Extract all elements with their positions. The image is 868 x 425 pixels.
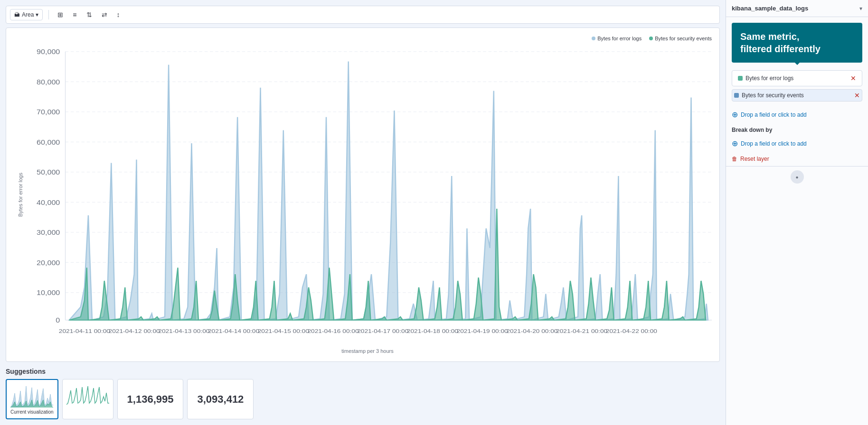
chart-type-selector[interactable]: 🏔 Area ▾	[10, 9, 43, 20]
resize-icon[interactable]: ↕	[114, 9, 123, 20]
mini-chart-2	[66, 383, 109, 407]
svg-text:2021-04-15 00:00: 2021-04-15 00:00	[258, 328, 309, 334]
sort-icon[interactable]: ≡	[70, 9, 79, 20]
break-down-add-label: Drop a field or click to add	[741, 140, 807, 147]
svg-text:60,000: 60,000	[37, 139, 60, 146]
svg-text:10,000: 10,000	[37, 289, 60, 296]
metric-left-error: Bytes for error logs	[738, 75, 793, 82]
metric-item-security[interactable]: Bytes for security events ✕	[732, 89, 862, 102]
svg-text:70,000: 70,000	[37, 108, 60, 116]
metrics-section: Bytes for error logs ✕ Bytes for securit…	[726, 68, 868, 106]
suggestions-area: Suggestions Current visualization	[6, 362, 720, 419]
area-chart-icon: 🏔	[14, 11, 20, 18]
filter-icon[interactable]: ⇄	[99, 9, 110, 20]
svg-text:2021-04-12 00:00: 2021-04-12 00:00	[109, 328, 160, 334]
chart-container: Bytes for error logs Bytes for error log…	[6, 28, 720, 362]
panel-chevron-icon[interactable]: ▾	[859, 5, 862, 12]
svg-text:40,000: 40,000	[37, 199, 60, 206]
svg-text:2021-04-20 00:00: 2021-04-20 00:00	[506, 328, 557, 334]
metric-color-security	[734, 93, 739, 98]
current-viz-label: Current visualization	[10, 409, 54, 415]
add-field-button[interactable]: ⊕ Drop a field or click to add	[726, 106, 868, 123]
area-chart: 90,000 80,000 70,000 60,000 50,000 40,00…	[23, 45, 712, 346]
suggestions-row: Current visualization 1,136,995 3,093,41…	[6, 379, 720, 419]
mini-chart-1	[10, 384, 53, 407]
add-field-label: Drop a field or click to add	[741, 111, 807, 118]
metric-item-error[interactable]: Bytes for error logs ✕	[732, 70, 862, 86]
metric-close-security[interactable]: ✕	[854, 92, 860, 99]
legend-item-security: Bytes for security events	[649, 36, 712, 41]
toolbar: 🏔 Area ▾ ⊞ ≡ ⇅ ⇄ ↕	[6, 6, 720, 24]
legend-item-error: Bytes for error logs	[592, 36, 642, 41]
trash-icon: 🗑	[732, 156, 737, 162]
metric-close-error[interactable]: ✕	[850, 74, 856, 82]
x-axis-label: timestamp per 3 hours	[23, 348, 712, 354]
break-down-header: Break down by	[726, 123, 868, 135]
svg-text:80,000: 80,000	[37, 78, 60, 86]
break-down-add-button[interactable]: ⊕ Drop a field or click to add	[726, 135, 868, 152]
chart-type-label: Area	[22, 11, 34, 18]
svg-text:2021-04-13 00:00: 2021-04-13 00:00	[158, 328, 209, 334]
footer-dot[interactable]: ●	[791, 170, 804, 184]
svg-text:20,000: 20,000	[37, 259, 60, 267]
tooltip-line1: Same metric, filtered differently	[740, 30, 854, 55]
chevron-down-icon: ▾	[36, 11, 38, 18]
value-card-1[interactable]: 1,136,995	[117, 379, 184, 419]
metric-left-security: Bytes for security events	[734, 92, 804, 99]
tooltip-box: Same metric, filtered differently	[732, 23, 862, 63]
svg-text:30,000: 30,000	[37, 229, 60, 236]
svg-text:2021-04-11 00:00: 2021-04-11 00:00	[59, 328, 110, 334]
reset-label: Reset layer	[740, 156, 769, 162]
plus-circle-icon: ⊕	[732, 110, 738, 119]
svg-text:2021-04-17 00:00: 2021-04-17 00:00	[357, 328, 408, 334]
metric-name-error: Bytes for error logs	[745, 75, 793, 82]
panel-title: kibana_sample_data_logs	[732, 5, 808, 12]
legend-label-security: Bytes for security events	[655, 36, 712, 41]
svg-text:2021-04-16 00:00: 2021-04-16 00:00	[307, 328, 359, 334]
metric-color-error	[738, 76, 743, 81]
svg-text:2021-04-19 00:00: 2021-04-19 00:00	[457, 328, 508, 334]
table-icon[interactable]: ⊞	[55, 9, 66, 20]
legend-dot-security	[649, 37, 653, 40]
svg-text:2021-04-18 00:00: 2021-04-18 00:00	[407, 328, 458, 334]
value-2: 3,093,412	[197, 393, 244, 406]
value-1: 1,136,995	[127, 393, 174, 406]
value-card-2[interactable]: 3,093,412	[187, 379, 254, 419]
reset-layer-button[interactable]: 🗑 Reset layer	[726, 152, 868, 166]
metric-name-security: Bytes for security events	[742, 92, 804, 99]
chart-legend: Bytes for error logs Bytes for security …	[23, 36, 712, 41]
suggestions-title: Suggestions	[6, 368, 720, 375]
plus-circle-icon-2: ⊕	[732, 139, 738, 148]
toolbar-divider	[48, 10, 49, 19]
suggestion-card-2[interactable]	[62, 379, 113, 419]
svg-text:50,000: 50,000	[37, 168, 60, 176]
svg-text:2021-04-22 00:00: 2021-04-22 00:00	[606, 328, 657, 334]
svg-text:0: 0	[56, 316, 60, 324]
y-axis-label: Bytes for error logs	[14, 36, 23, 354]
svg-text:90,000: 90,000	[37, 48, 60, 55]
right-panel: kibana_sample_data_logs ▾ Same metric, f…	[726, 0, 868, 425]
swap-icon[interactable]: ⇅	[84, 9, 95, 20]
svg-text:2021-04-14 00:00: 2021-04-14 00:00	[208, 328, 259, 334]
legend-dot-error	[592, 37, 595, 40]
current-visualization-card[interactable]: Current visualization	[6, 379, 58, 419]
legend-label-error: Bytes for error logs	[597, 36, 642, 41]
panel-footer: ●	[726, 166, 868, 187]
panel-header: kibana_sample_data_logs ▾	[726, 0, 868, 17]
svg-text:2021-04-21 00:00: 2021-04-21 00:00	[556, 328, 607, 334]
